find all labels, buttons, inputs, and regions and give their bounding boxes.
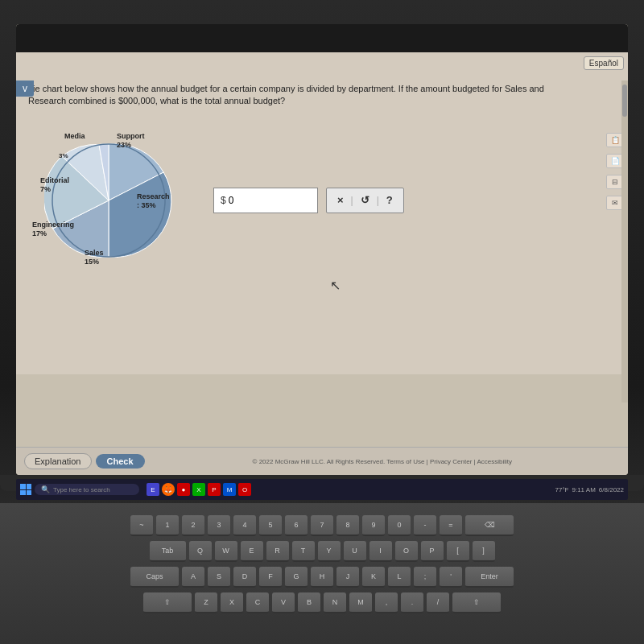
key-f[interactable]: F bbox=[259, 567, 282, 588]
screen-top-bar bbox=[16, 24, 628, 52]
key-2[interactable]: 2 bbox=[182, 515, 204, 536]
key-comma[interactable]: , bbox=[375, 592, 398, 613]
key-i[interactable]: I bbox=[369, 541, 392, 562]
key-e[interactable]: E bbox=[241, 541, 263, 562]
key-enter[interactable]: Enter bbox=[465, 567, 514, 588]
close-button[interactable]: × bbox=[335, 194, 346, 206]
key-minus[interactable]: - bbox=[414, 515, 436, 536]
taskbar-date: 6/8/2022 bbox=[599, 486, 624, 493]
engineering-label: Engineering17% bbox=[32, 221, 74, 238]
taskbar-icon-app2[interactable]: X bbox=[192, 483, 205, 496]
key-semicolon[interactable]: ; bbox=[414, 567, 436, 588]
key-quote[interactable]: ' bbox=[440, 567, 462, 588]
key-0[interactable]: 0 bbox=[388, 515, 411, 536]
taskbar-temperature: 77°F bbox=[555, 486, 569, 493]
taskbar-icon-edge[interactable]: E bbox=[147, 483, 159, 496]
help-button[interactable]: ? bbox=[384, 194, 395, 206]
sales-label: Sales15% bbox=[85, 249, 104, 266]
action-buttons-group: × | ↺ | ? bbox=[326, 188, 404, 213]
answer-input[interactable] bbox=[229, 195, 309, 206]
key-t[interactable]: T bbox=[292, 541, 315, 562]
windows-taskbar: 🔍 Type here to search E 🦊 ● X P M O 77°F… bbox=[16, 479, 628, 500]
key-tilde[interactable]: ~ bbox=[130, 515, 153, 536]
key-tab[interactable]: Tab bbox=[150, 541, 186, 562]
divider-1: | bbox=[351, 195, 353, 206]
windows-logo[interactable] bbox=[20, 484, 31, 495]
key-caps[interactable]: Caps bbox=[130, 567, 179, 588]
taskbar-time: 9:11 AM bbox=[572, 486, 596, 493]
key-lbracket[interactable]: [ bbox=[447, 541, 469, 562]
key-w[interactable]: W bbox=[215, 541, 237, 562]
key-period[interactable]: . bbox=[401, 592, 423, 613]
taskbar-icon-app5[interactable]: O bbox=[238, 483, 251, 496]
key-n[interactable]: N bbox=[324, 592, 346, 613]
editorial-label: Editorial7% bbox=[40, 176, 69, 194]
taskbar-search[interactable]: 🔍 Type here to search bbox=[35, 484, 139, 495]
key-r[interactable]: R bbox=[266, 541, 289, 562]
keyboard-row-3: Caps A S D F G H J K L ; ' Enter bbox=[24, 567, 620, 588]
taskbar-icon-app1[interactable]: ● bbox=[177, 483, 190, 496]
refresh-button[interactable]: ↺ bbox=[358, 194, 372, 206]
keyboard-rows: ~ 1 2 3 4 5 6 7 8 9 0 - = ⌫ Tab Q W E bbox=[0, 503, 644, 625]
answer-area: $ × | ↺ | ? bbox=[213, 188, 404, 213]
check-button[interactable]: Check bbox=[96, 454, 145, 469]
key-k[interactable]: K bbox=[362, 567, 385, 588]
dollar-input-wrapper[interactable]: $ bbox=[213, 188, 318, 213]
taskbar-icon-app4[interactable]: M bbox=[223, 483, 236, 496]
key-p[interactable]: P bbox=[421, 541, 444, 562]
dropdown-indicator[interactable]: v bbox=[16, 80, 34, 97]
explanation-button[interactable]: Explanation bbox=[24, 453, 92, 469]
key-z[interactable]: Z bbox=[195, 592, 217, 613]
laptop-shell: Español v pie chart below shows how the … bbox=[0, 0, 644, 644]
espanol-button[interactable]: Español bbox=[584, 56, 624, 70]
search-icon: 🔍 bbox=[41, 485, 50, 493]
key-slash[interactable]: / bbox=[427, 592, 449, 613]
key-y[interactable]: Y bbox=[318, 541, 341, 562]
key-d[interactable]: D bbox=[233, 567, 256, 588]
key-g[interactable]: G bbox=[285, 567, 308, 588]
key-plus[interactable]: = bbox=[440, 515, 462, 536]
dropdown-arrow: v bbox=[23, 83, 27, 94]
bottom-left: Explanation Check bbox=[24, 453, 145, 469]
quiz-row: Media Support23% 3% Editorial7% Research… bbox=[28, 120, 616, 281]
key-3[interactable]: 3 bbox=[208, 515, 230, 536]
key-u[interactable]: U bbox=[344, 541, 366, 562]
key-m[interactable]: M bbox=[349, 592, 372, 613]
key-s[interactable]: S bbox=[208, 567, 230, 588]
taskbar-left: 🔍 Type here to search E 🦊 ● X P M O bbox=[20, 483, 251, 496]
taskbar-icon-firefox[interactable]: 🦊 bbox=[162, 483, 175, 496]
key-j[interactable]: J bbox=[336, 567, 359, 588]
media-label: Media bbox=[64, 132, 85, 141]
pie-chart-container: Media Support23% 3% Editorial7% Research… bbox=[28, 120, 189, 281]
key-h[interactable]: H bbox=[311, 567, 333, 588]
media-pct: 3% bbox=[59, 152, 68, 160]
dollar-sign: $ bbox=[221, 195, 226, 206]
key-1[interactable]: 1 bbox=[156, 515, 179, 536]
key-v[interactable]: V bbox=[272, 592, 295, 613]
key-rshift[interactable]: ⇧ bbox=[452, 592, 501, 613]
key-8[interactable]: 8 bbox=[336, 515, 359, 536]
keyboard-row-2: Tab Q W E R T Y U I O P [ ] bbox=[24, 541, 620, 562]
key-4[interactable]: 4 bbox=[233, 515, 256, 536]
scroll-thumb[interactable] bbox=[622, 85, 627, 117]
key-rbracket[interactable]: ] bbox=[473, 541, 495, 562]
key-backspace[interactable]: ⌫ bbox=[465, 515, 514, 536]
key-l[interactable]: L bbox=[388, 567, 411, 588]
key-7[interactable]: 7 bbox=[311, 515, 333, 536]
key-lshift[interactable]: ⇧ bbox=[143, 592, 192, 613]
key-x[interactable]: X bbox=[221, 592, 243, 613]
key-a[interactable]: A bbox=[182, 567, 204, 588]
key-o[interactable]: O bbox=[395, 541, 418, 562]
scroll-area[interactable] bbox=[621, 80, 628, 402]
key-6[interactable]: 6 bbox=[285, 515, 308, 536]
key-q[interactable]: Q bbox=[189, 541, 212, 562]
taskbar-icon-app3[interactable]: P bbox=[208, 483, 221, 496]
key-9[interactable]: 9 bbox=[362, 515, 385, 536]
key-5[interactable]: 5 bbox=[259, 515, 282, 536]
keyboard-area: ~ 1 2 3 4 5 6 7 8 9 0 - = ⌫ Tab Q W E bbox=[0, 503, 644, 644]
key-b[interactable]: B bbox=[298, 592, 320, 613]
bottom-bar: Explanation Check © 2022 McGraw Hill LLC… bbox=[16, 447, 628, 475]
keyboard-row-1: ~ 1 2 3 4 5 6 7 8 9 0 - = ⌫ bbox=[24, 515, 620, 536]
key-c[interactable]: C bbox=[246, 592, 269, 613]
divider-2: | bbox=[377, 195, 379, 206]
